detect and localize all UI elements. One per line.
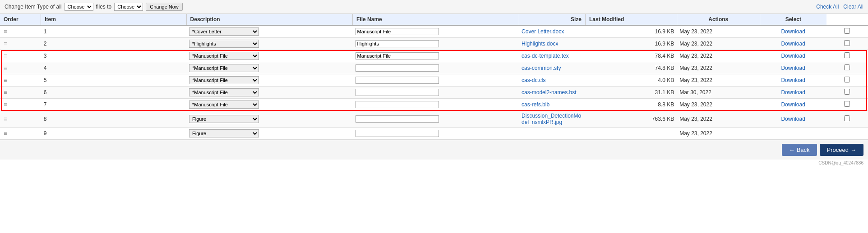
download-link[interactable]: Download xyxy=(781,65,805,71)
download-link[interactable]: Download xyxy=(781,28,805,35)
item-cell: Figure xyxy=(186,111,353,128)
description-input[interactable] xyxy=(356,28,439,35)
actions-cell: Download xyxy=(760,111,826,128)
item-type-select[interactable]: *Manuscript File xyxy=(189,88,259,96)
proceed-button[interactable]: Proceed → xyxy=(820,144,863,156)
proceed-arrow-icon: → xyxy=(850,146,856,153)
modified-cell: May 23, 2022 xyxy=(677,99,760,111)
check-all-link[interactable]: Check All xyxy=(816,4,839,10)
description-cell xyxy=(353,128,519,140)
files-to-label: files to xyxy=(96,4,112,10)
download-link[interactable]: Download xyxy=(781,77,805,83)
order-cell: 7 xyxy=(41,99,186,111)
filename-link[interactable]: cas-dc.cls xyxy=(522,77,545,83)
filename-link[interactable]: Highlights.docx xyxy=(522,41,558,47)
choose-target-select[interactable]: Choose xyxy=(114,3,143,11)
drag-handle-icon[interactable]: ≡ xyxy=(2,40,9,47)
row-checkbox[interactable] xyxy=(844,89,850,95)
drag-handle-icon[interactable]: ≡ xyxy=(2,52,9,59)
filename-link[interactable]: cas-refs.bib xyxy=(522,101,549,108)
drag-handle-icon[interactable]: ≡ xyxy=(2,28,9,35)
order-cell: 9 xyxy=(41,128,186,140)
download-link[interactable]: Download xyxy=(781,89,805,96)
row-checkbox[interactable] xyxy=(844,52,850,58)
row-checkbox[interactable] xyxy=(844,115,850,121)
modified-cell: Mar 30, 2022 xyxy=(677,87,760,99)
drag-handle-icon[interactable]: ≡ xyxy=(2,64,9,72)
description-input[interactable] xyxy=(356,52,439,59)
filename-cell: cas-model2-names.bst xyxy=(519,87,585,99)
item-type-select[interactable]: Figure xyxy=(189,129,259,137)
size-cell: 16.9 KB xyxy=(586,25,677,38)
description-cell xyxy=(353,38,519,50)
actions-cell: Download xyxy=(760,25,826,38)
description-input[interactable] xyxy=(356,64,439,72)
description-cell xyxy=(353,74,519,87)
item-type-select[interactable]: Figure xyxy=(189,115,259,123)
drag-handle-icon[interactable]: ≡ xyxy=(2,89,9,96)
drag-handle-icon[interactable]: ≡ xyxy=(2,77,9,84)
item-cell: *Manuscript File xyxy=(186,74,353,87)
table-row: ≡2*HighlightsHighlights.docx16.9 KBMay 2… xyxy=(0,38,868,50)
download-link[interactable]: Download xyxy=(781,41,805,47)
item-type-select[interactable]: *Highlights xyxy=(189,40,259,48)
select-cell xyxy=(826,111,868,128)
filename-link[interactable]: cas-model2-names.bst xyxy=(522,89,576,96)
change-now-button[interactable]: Change Now xyxy=(146,3,183,11)
filename-link[interactable]: Cover Letter.docx xyxy=(522,28,564,35)
top-bar: Change Item Type of all Choose files to … xyxy=(0,0,868,14)
drag-handle-icon[interactable]: ≡ xyxy=(2,130,9,137)
item-type-select[interactable]: *Cover Letter xyxy=(189,27,259,36)
description-input[interactable] xyxy=(356,101,439,108)
description-cell xyxy=(353,111,519,128)
filename-link[interactable]: Discussion_DetectionModel_nsmlxPR.jpg xyxy=(522,113,581,125)
row-checkbox[interactable] xyxy=(844,64,850,70)
table-row: ≡6*Manuscript Filecas-model2-names.bst31… xyxy=(0,87,868,99)
drag-handle-icon[interactable]: ≡ xyxy=(2,101,9,108)
item-cell: *Manuscript File xyxy=(186,50,353,62)
order-cell: 2 xyxy=(41,38,186,50)
table-row: ≡7*Manuscript Filecas-refs.bib8.8 KBMay … xyxy=(0,99,868,111)
watermark: CSDN@qq_40247886 xyxy=(0,160,868,166)
description-input[interactable] xyxy=(356,77,439,84)
description-input[interactable] xyxy=(356,130,439,137)
download-link[interactable]: Download xyxy=(781,116,805,122)
size-cell: 16.9 KB xyxy=(586,38,677,50)
actions-cell: Download xyxy=(760,87,826,99)
description-cell xyxy=(353,99,519,111)
table-row: ≡9FigureMay 23, 2022 xyxy=(0,128,868,140)
download-link[interactable]: Download xyxy=(781,101,805,108)
actions-cell: Download xyxy=(760,62,826,74)
item-cell: *Manuscript File xyxy=(186,99,353,111)
actions-cell: Download xyxy=(760,74,826,87)
bottom-bar: ← Back Proceed → xyxy=(0,140,868,160)
modified-cell: May 23, 2022 xyxy=(677,128,760,140)
select-cell xyxy=(826,62,868,74)
item-type-select[interactable]: *Manuscript File xyxy=(189,64,259,72)
download-link[interactable]: Download xyxy=(781,53,805,59)
description-input[interactable] xyxy=(356,115,439,123)
description-input[interactable] xyxy=(356,40,439,47)
row-checkbox[interactable] xyxy=(844,77,850,82)
row-checkbox[interactable] xyxy=(844,101,850,107)
item-type-select[interactable]: *Manuscript File xyxy=(189,52,259,60)
item-type-select[interactable]: *Manuscript File xyxy=(189,76,259,84)
description-input[interactable] xyxy=(356,89,439,96)
size-cell: 4.0 KB xyxy=(586,74,677,87)
row-checkbox[interactable] xyxy=(844,28,850,34)
filename-link[interactable]: cas-common.sty xyxy=(522,65,561,71)
modified-cell: May 23, 2022 xyxy=(677,74,760,87)
order-cell: 5 xyxy=(41,74,186,87)
item-cell: *Highlights xyxy=(186,38,353,50)
drag-handle-icon[interactable]: ≡ xyxy=(2,115,9,123)
filename-link[interactable]: cas-dc-template.tex xyxy=(522,53,569,59)
filename-cell: Cover Letter.docx xyxy=(519,25,585,38)
item-type-select[interactable]: *Manuscript File xyxy=(189,101,259,109)
row-checkbox[interactable] xyxy=(844,40,850,46)
description-cell xyxy=(353,25,519,38)
choose-type-select[interactable]: Choose xyxy=(65,3,93,11)
back-button[interactable]: ← Back xyxy=(782,144,817,156)
clear-all-link[interactable]: Clear All xyxy=(843,4,863,10)
table-row: ≡4*Manuscript Filecas-common.sty74.8 KBM… xyxy=(0,62,868,74)
actions-cell xyxy=(760,128,826,140)
